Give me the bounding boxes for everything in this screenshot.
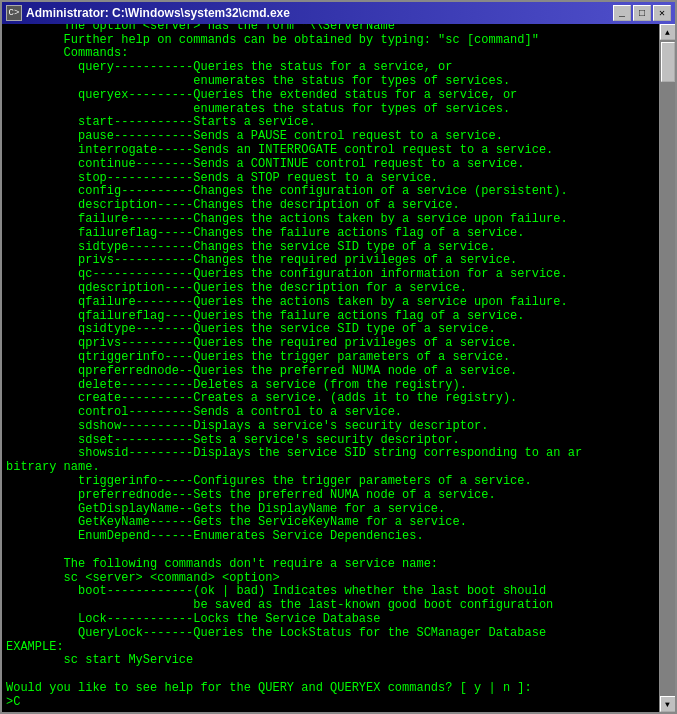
window-title: Administrator: C:\Windows\system32\cmd.e… xyxy=(26,6,290,20)
scroll-down-button[interactable]: ▼ xyxy=(660,696,676,712)
close-button[interactable]: ✕ xyxy=(653,5,671,21)
scroll-track[interactable] xyxy=(660,40,676,696)
content-area: SC is a command line program used for co… xyxy=(2,24,675,712)
title-bar: C> Administrator: C:\Windows\system32\cm… xyxy=(2,2,675,24)
scrollbar[interactable]: ▲ ▼ xyxy=(659,24,675,712)
window-icon: C> xyxy=(6,5,22,21)
terminal-output[interactable]: SC is a command line program used for co… xyxy=(2,24,659,712)
cmd-window: C> Administrator: C:\Windows\system32\cm… xyxy=(0,0,677,714)
scroll-thumb[interactable] xyxy=(661,42,675,82)
minimize-button[interactable]: _ xyxy=(613,5,631,21)
scroll-up-button[interactable]: ▲ xyxy=(660,24,676,40)
title-bar-buttons: _ □ ✕ xyxy=(613,5,671,21)
title-bar-left: C> Administrator: C:\Windows\system32\cm… xyxy=(6,5,290,21)
window-icon-text: C> xyxy=(9,8,20,18)
maximize-button[interactable]: □ xyxy=(633,5,651,21)
